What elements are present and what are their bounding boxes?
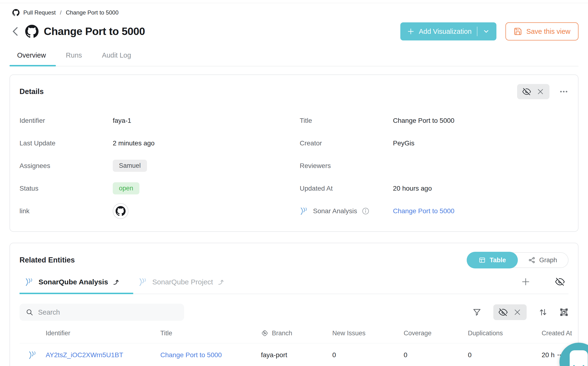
close-icon[interactable] [513, 308, 521, 316]
field-label: Assignees [20, 162, 113, 170]
field-value: 20 hours ago [393, 185, 432, 192]
table-row[interactable]: AY2tsZ_iOC2XWrn5U1BT Change Port to 5000… [20, 343, 568, 366]
breadcrumb-separator: / [60, 9, 62, 16]
search-box[interactable] [20, 304, 184, 321]
field-row: Assignees Samuel [20, 154, 288, 177]
add-visualization-button[interactable]: Add Visualization [400, 22, 496, 40]
close-icon[interactable] [537, 88, 544, 95]
breadcrumb-current: Change Port to 5000 [66, 9, 119, 16]
table-graph-toggle: Table Graph [467, 252, 568, 268]
field-label: Status [20, 185, 113, 192]
table-controls [20, 304, 568, 321]
github-icon [25, 25, 38, 38]
tab-sonarqube-project[interactable]: SonarQube Project [133, 274, 238, 294]
field-value: Change Port to 5000 [393, 117, 454, 124]
field-label: Title [300, 117, 393, 124]
page: Pull Request / Change Port to 5000 Chang… [0, 0, 588, 366]
eye-off-icon[interactable] [499, 308, 508, 317]
eye-off-icon[interactable] [522, 87, 531, 96]
details-card-title: Details [20, 87, 44, 96]
column-title[interactable]: Title [160, 330, 261, 337]
tab-audit-log[interactable]: Audit Log [92, 51, 141, 66]
row-new-issues: 0 [332, 351, 404, 359]
field-label: Updated At [300, 185, 393, 192]
field-row: Updated At 20 hours ago [300, 177, 568, 200]
column-duplications[interactable]: Duplications [468, 330, 542, 337]
group-by-icon[interactable] [559, 308, 568, 317]
breadcrumb: Pull Request / Change Port to 5000 [9, 0, 579, 16]
column-new-issues[interactable]: New Issues [332, 330, 404, 337]
assignee-chip[interactable]: Samuel [113, 160, 147, 172]
toggle-graph[interactable]: Graph [517, 253, 568, 267]
top-divider [0, 3, 588, 3]
hide-empty-properties-control[interactable] [517, 84, 550, 99]
field-label: Reviewers [300, 162, 393, 170]
graph-icon [528, 257, 536, 264]
tab-sonarqube-analysis[interactable]: SonarQube Analysis [20, 274, 133, 294]
sonar-analysis-label: Sonar Analysis [300, 206, 393, 216]
status-badge: open [113, 182, 139, 194]
row-coverage: 0 [404, 351, 468, 359]
details-card: Details Identifier [9, 75, 579, 232]
field-row: Creator PeyGis [300, 132, 568, 154]
entity-tabs: Overview Runs Audit Log [9, 51, 579, 66]
search-icon [26, 308, 33, 316]
field-label: Identifier [20, 117, 113, 124]
info-icon[interactable] [362, 207, 369, 215]
field-row: link [20, 200, 288, 222]
toggle-table-label: Table [490, 257, 506, 264]
related-entities-title: Related Entities [20, 256, 75, 264]
column-identifier[interactable]: Identifier [46, 330, 160, 337]
save-this-view-button[interactable]: Save this view [506, 22, 579, 40]
field-label: link [20, 207, 113, 215]
sort-icon[interactable] [538, 308, 548, 317]
chevron-down-icon[interactable] [483, 28, 490, 35]
plus-icon [407, 28, 415, 35]
table-icon [479, 257, 486, 264]
row-branch: faya-port [261, 351, 332, 359]
search-input[interactable] [38, 308, 178, 316]
eye-off-icon[interactable] [555, 277, 565, 287]
column-created-at[interactable]: Created At [542, 330, 579, 337]
field-row: Status open [20, 177, 288, 200]
add-related-entity-icon[interactable] [521, 277, 530, 287]
save-icon [514, 27, 522, 36]
sonarqube-icon [138, 277, 149, 287]
details-right-column: Title Change Port to 5000 Creator PeyGis… [300, 109, 568, 222]
sonarqube-icon [28, 350, 38, 360]
related-entities-card: Related Entities Table Graph [9, 243, 579, 366]
toggle-graph-label: Graph [539, 257, 557, 264]
row-title-link[interactable]: Change Port to 5000 [160, 351, 261, 359]
save-this-view-label: Save this view [526, 28, 570, 35]
details-left-column: Identifier faya-1 Last Update 2 minutes … [20, 109, 288, 222]
column-branch[interactable]: Branch [261, 329, 332, 337]
field-row: Identifier faya-1 [20, 109, 288, 132]
field-row: Reviewers [300, 154, 568, 177]
details-more-options-icon[interactable] [559, 87, 568, 96]
title-bar: Change Port to 5000 Add Visualization Sa… [9, 22, 579, 40]
field-value: PeyGis [393, 139, 414, 147]
button-divider [477, 27, 477, 36]
back-button[interactable] [10, 26, 20, 37]
breadcrumb-parent[interactable]: Pull Request [23, 9, 56, 16]
chat-bubble-icon [570, 350, 588, 366]
field-label: Last Update [20, 139, 113, 147]
relation-tabs: SonarQube Analysis SonarQube Project [20, 274, 568, 294]
field-row: Last Update 2 minutes ago [20, 132, 288, 154]
tab-runs[interactable]: Runs [56, 51, 92, 66]
hide-empty-columns-control[interactable] [493, 304, 527, 320]
add-visualization-label: Add Visualization [419, 28, 472, 35]
sonarqube-icon [300, 206, 309, 216]
row-duplications: 0 [468, 351, 542, 359]
tab-overview[interactable]: Overview [9, 51, 56, 66]
github-link-button[interactable] [113, 203, 128, 219]
sonar-analysis-link[interactable]: Change Port to 5000 [393, 207, 454, 215]
filter-icon[interactable] [472, 308, 481, 317]
row-identifier-link[interactable]: AY2tsZ_iOC2XWrn5U1BT [46, 351, 160, 359]
field-label: Creator [300, 139, 393, 147]
header-actions: Add Visualization Save this view [400, 22, 579, 40]
column-coverage[interactable]: Coverage [404, 330, 468, 337]
toggle-table[interactable]: Table [467, 252, 518, 268]
field-value: 2 minutes ago [113, 139, 155, 147]
chat-smile-icon [572, 365, 585, 366]
